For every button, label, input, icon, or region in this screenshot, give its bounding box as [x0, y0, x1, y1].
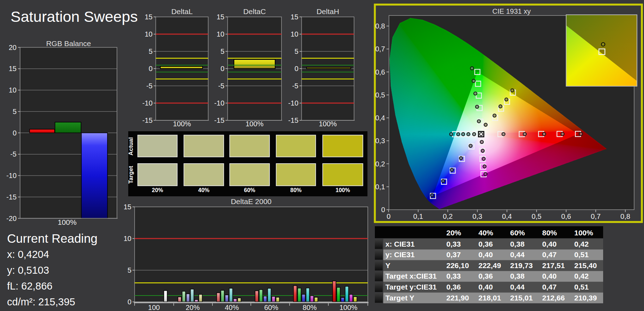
svg-text:-5: -5 — [146, 82, 153, 90]
svg-text:0,36: 0,36 — [478, 240, 493, 248]
svg-text:0,5: 0,5 — [375, 91, 385, 99]
svg-text:10: 10 — [145, 30, 153, 38]
svg-text:-15: -15 — [142, 116, 153, 124]
svg-text:RGB Balance: RGB Balance — [46, 39, 91, 47]
svg-text:Current Reading: Current Reading — [7, 231, 98, 245]
svg-text:Target y:CIE31: Target y:CIE31 — [385, 283, 437, 291]
svg-text:40%: 40% — [225, 304, 239, 311]
svg-text:0,33: 0,33 — [446, 272, 461, 280]
svg-text:0,8: 0,8 — [375, 22, 385, 30]
svg-text:-5: -5 — [292, 82, 298, 90]
svg-text:15: 15 — [291, 13, 298, 21]
svg-text:0,6: 0,6 — [375, 68, 385, 76]
svg-text:0,40: 0,40 — [478, 283, 493, 291]
svg-text:y: CIE31: y: CIE31 — [385, 250, 415, 259]
svg-text:-10: -10 — [214, 99, 224, 107]
svg-text:15: 15 — [217, 13, 224, 21]
svg-text:5: 5 — [13, 108, 17, 115]
svg-text:10: 10 — [217, 30, 224, 38]
svg-text:0,40: 0,40 — [542, 240, 557, 248]
svg-text:0,47: 0,47 — [542, 250, 557, 259]
svg-text:-15: -15 — [6, 193, 17, 201]
svg-text:222,49: 222,49 — [478, 261, 501, 269]
svg-text:210,39: 210,39 — [574, 294, 597, 302]
svg-text:0: 0 — [221, 65, 224, 72]
svg-text:0,51: 0,51 — [574, 250, 589, 259]
svg-text:0: 0 — [386, 212, 390, 220]
svg-text:0,7: 0,7 — [591, 212, 601, 220]
svg-text:0: 0 — [381, 206, 385, 214]
svg-text:215,01: 215,01 — [510, 294, 533, 302]
svg-text:100%: 100% — [173, 120, 191, 128]
svg-text:215,40: 215,40 — [574, 261, 597, 269]
svg-text:0,8: 0,8 — [620, 212, 630, 220]
svg-text:0,37: 0,37 — [446, 250, 461, 259]
svg-text:0,5: 0,5 — [532, 212, 541, 220]
svg-text:80%: 80% — [542, 229, 557, 237]
svg-text:20%: 20% — [186, 304, 200, 311]
svg-text:0,36: 0,36 — [478, 272, 493, 280]
svg-text:60%: 60% — [264, 304, 278, 311]
svg-text:0,40: 0,40 — [478, 250, 493, 259]
svg-text:cd/m²: 215,395: cd/m²: 215,395 — [7, 296, 75, 307]
svg-text:0,6: 0,6 — [561, 212, 571, 220]
svg-text:x: CIE31: x: CIE31 — [385, 240, 415, 248]
svg-text:DeltaE 2000: DeltaE 2000 — [231, 197, 272, 205]
svg-text:60%: 60% — [244, 187, 255, 193]
svg-text:y: 0,5103: y: 0,5103 — [7, 265, 49, 276]
svg-text:212,66: 212,66 — [542, 294, 565, 302]
svg-text:0,42: 0,42 — [574, 272, 589, 280]
svg-text:CIE 1931 xy: CIE 1931 xy — [493, 7, 531, 15]
svg-text:Y: Y — [385, 261, 390, 269]
svg-text:x: 0,4204: x: 0,4204 — [7, 249, 49, 260]
svg-text:-15: -15 — [288, 116, 298, 124]
svg-text:Saturation Sweeps: Saturation Sweeps — [11, 8, 138, 25]
svg-text:0,4: 0,4 — [502, 212, 512, 220]
svg-text:40%: 40% — [478, 229, 493, 237]
svg-text:10: 10 — [124, 235, 131, 242]
svg-text:15: 15 — [124, 203, 131, 211]
svg-text:218,01: 218,01 — [478, 294, 501, 302]
svg-text:20: 20 — [9, 44, 17, 51]
svg-text:219,73: 219,73 — [510, 261, 533, 269]
svg-text:-10: -10 — [288, 99, 298, 107]
svg-text:0,38: 0,38 — [510, 272, 525, 280]
svg-text:Target: Target — [128, 166, 134, 184]
svg-text:217,51: 217,51 — [542, 261, 565, 269]
svg-text:DeltaL: DeltaL — [171, 7, 193, 15]
svg-text:40%: 40% — [198, 187, 209, 193]
svg-text:0,51: 0,51 — [574, 283, 589, 291]
svg-text:100%: 100% — [58, 218, 77, 226]
svg-text:0,44: 0,44 — [510, 250, 525, 259]
svg-text:fL: 62,866: fL: 62,866 — [7, 280, 52, 292]
svg-text:0,3: 0,3 — [472, 212, 482, 220]
svg-text:0,40: 0,40 — [542, 272, 557, 280]
svg-text:100%: 100% — [246, 120, 264, 128]
svg-text:15: 15 — [145, 13, 153, 21]
svg-text:DeltaH: DeltaH — [316, 7, 339, 15]
svg-text:100%: 100% — [339, 304, 357, 311]
svg-text:0,42: 0,42 — [574, 240, 589, 248]
svg-text:80%: 80% — [303, 304, 317, 311]
svg-text:0,44: 0,44 — [510, 283, 525, 291]
svg-text:0,33: 0,33 — [446, 240, 461, 248]
svg-text:0: 0 — [128, 298, 131, 306]
svg-text:5: 5 — [128, 266, 131, 274]
svg-text:100%: 100% — [319, 120, 337, 128]
svg-text:0,2: 0,2 — [375, 160, 385, 168]
svg-text:DeltaC: DeltaC — [243, 7, 266, 15]
svg-text:Target x:CIE31: Target x:CIE31 — [385, 272, 437, 280]
svg-text:0: 0 — [149, 65, 153, 72]
svg-text:10: 10 — [9, 86, 17, 94]
svg-text:221,90: 221,90 — [446, 294, 469, 302]
svg-text:0,38: 0,38 — [510, 240, 525, 248]
svg-text:0: 0 — [295, 65, 298, 72]
svg-text:-10: -10 — [6, 172, 17, 179]
svg-text:-15: -15 — [214, 116, 224, 124]
svg-text:0,47: 0,47 — [542, 283, 557, 291]
svg-text:0,7: 0,7 — [375, 45, 385, 53]
svg-text:0,36: 0,36 — [446, 283, 461, 291]
svg-text:80%: 80% — [290, 187, 302, 193]
svg-text:100%: 100% — [574, 229, 593, 237]
svg-text:226,10: 226,10 — [446, 261, 469, 269]
